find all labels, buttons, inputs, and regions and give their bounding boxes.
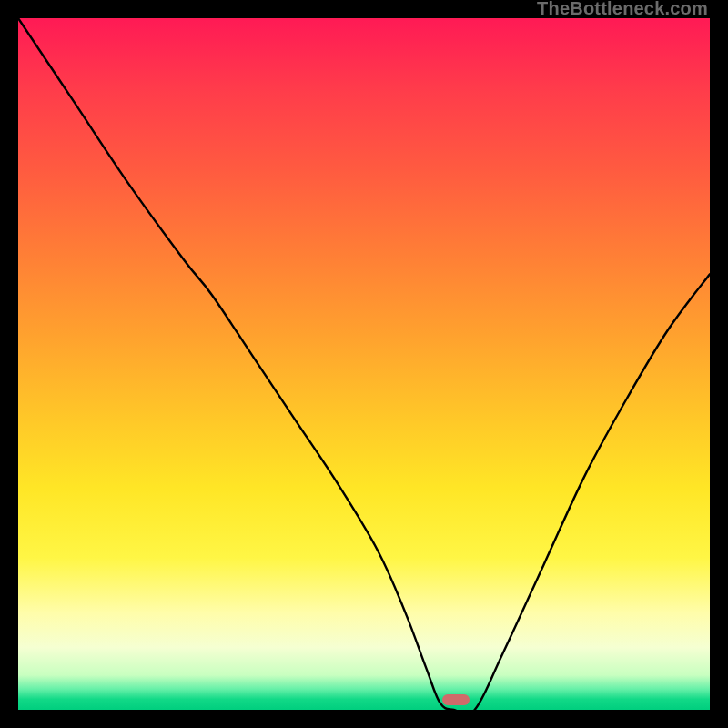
chart-frame: TheBottleneck.com <box>0 0 728 728</box>
plot-area <box>18 18 710 710</box>
watermark-text: TheBottleneck.com <box>537 0 708 19</box>
bottleneck-curve <box>18 18 710 710</box>
optimal-marker <box>442 694 470 705</box>
